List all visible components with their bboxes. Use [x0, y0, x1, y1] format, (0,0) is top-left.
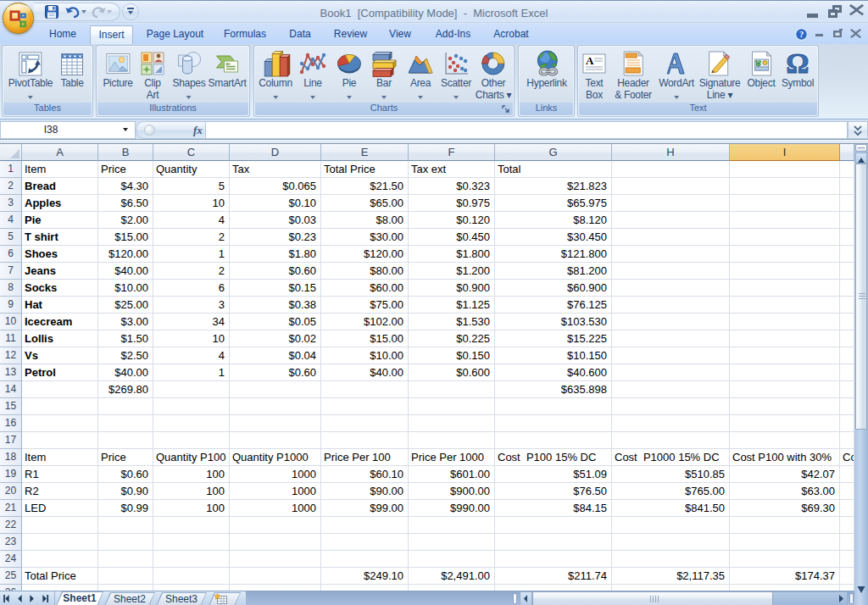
svg-text:A: A [586, 54, 594, 67]
svg-text:?: ? [799, 30, 804, 39]
svg-text:Ω: Ω [786, 50, 809, 77]
